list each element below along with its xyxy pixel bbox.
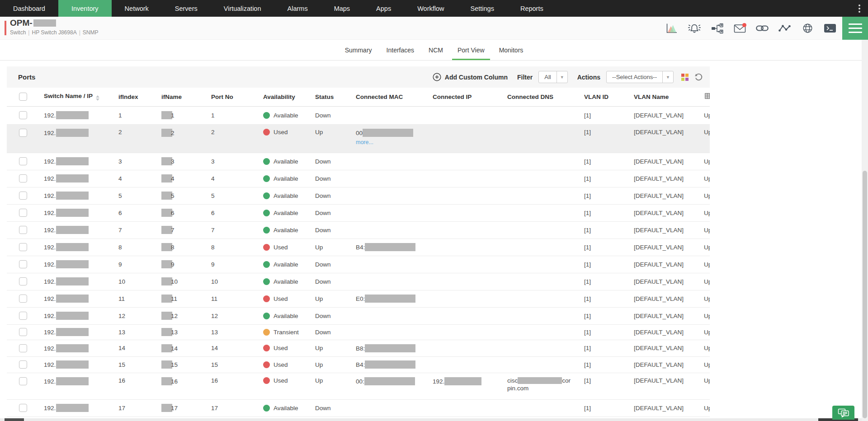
nav-item-network[interactable]: Network <box>112 0 162 17</box>
cell-vlan-id: [1] <box>579 153 628 170</box>
select-all-checkbox[interactable] <box>19 93 27 101</box>
row-checkbox[interactable] <box>19 243 27 251</box>
table-row: 192.555AvailableDown[1][DEFAULT_VLAN]Up <box>7 187 710 204</box>
row-checkbox[interactable] <box>19 260 27 268</box>
nav-item-alarms[interactable]: Alarms <box>274 0 321 17</box>
cell-ifname: 4 <box>156 170 206 187</box>
row-checkbox[interactable] <box>19 192 27 200</box>
row-checkbox[interactable] <box>19 209 27 217</box>
cell-availability: Available <box>258 170 310 187</box>
tab-monitors[interactable]: Monitors <box>497 40 525 60</box>
nav-item-settings[interactable]: Settings <box>458 0 507 17</box>
cell-port-no: 11 <box>206 290 258 307</box>
mail-icon[interactable] <box>733 23 746 34</box>
row-checkbox[interactable] <box>19 360 27 369</box>
cell-connected-dns <box>502 204 579 221</box>
redacted-text <box>365 243 415 251</box>
performance-chart-icon[interactable] <box>665 23 678 34</box>
link-icon[interactable] <box>756 23 769 34</box>
cell-vlan-name: [DEFAULT_VLAN] <box>628 373 698 399</box>
column-chooser-icon[interactable] <box>705 93 710 99</box>
nav-item-maps[interactable]: Maps <box>321 0 363 17</box>
table-row: 192.101010AvailableDown[1][DEFAULT_VLAN]… <box>7 273 710 290</box>
cell-vlan-id: [1] <box>579 187 628 204</box>
cell-ifindex: 15 <box>113 356 156 373</box>
row-checkbox[interactable] <box>19 174 27 182</box>
row-checkbox[interactable] <box>19 226 27 234</box>
cell-vlan-name: [DEFAULT_VLAN] <box>628 170 698 187</box>
cell-status: Up <box>310 124 350 153</box>
cell-connected-mac <box>350 307 427 324</box>
cell-ifname: 3 <box>156 153 206 170</box>
vertical-scrollbar-thumb[interactable] <box>863 171 867 418</box>
cell-vlan-id: [1] <box>579 221 628 239</box>
cell-ifname: 1 <box>156 106 206 124</box>
redacted-text <box>56 377 89 385</box>
cell-ifindex: 13 <box>113 324 156 340</box>
row-checkbox[interactable] <box>19 328 27 336</box>
cell-ifname: 11 <box>156 290 206 307</box>
cell-vlan-name: [DEFAULT_VLAN] <box>628 187 698 204</box>
header-checkbox-cell <box>7 88 38 106</box>
cell-admin-status: Up <box>698 399 710 416</box>
column-header-switch-name-ip[interactable]: Switch Name / IP <box>38 88 113 106</box>
row-checkbox[interactable] <box>19 277 27 285</box>
nav-item-apps[interactable]: Apps <box>363 0 404 17</box>
cell-ifname: 17 <box>156 399 206 416</box>
actions-select[interactable]: --Select Actions-- ▼ <box>606 71 674 83</box>
row-checkbox[interactable] <box>19 312 27 320</box>
availability-label: Used <box>274 129 288 136</box>
cell-select <box>7 221 38 239</box>
refresh-icon[interactable] <box>694 73 703 81</box>
horizontal-scrollbar-track <box>0 418 862 421</box>
nav-item-reports[interactable]: Reports <box>507 0 557 17</box>
cell-connected-ip <box>427 106 502 124</box>
activity-icon[interactable] <box>778 23 791 34</box>
row-checkbox[interactable] <box>19 344 27 352</box>
terminal-icon[interactable] <box>824 23 836 34</box>
ports-panel: Ports Add Custom Column Filter All ▼ Act… <box>7 66 710 417</box>
tab-ncm[interactable]: NCM <box>427 40 445 60</box>
filter-select[interactable]: All ▼ <box>538 71 567 83</box>
row-checkbox[interactable] <box>19 404 27 412</box>
redacted-text <box>56 209 89 217</box>
availability-dot <box>263 175 270 182</box>
row-checkbox[interactable] <box>19 295 27 303</box>
globe-icon[interactable] <box>801 23 814 34</box>
tab-summary[interactable]: Summary <box>343 40 374 60</box>
overflow-menu-icon[interactable] <box>856 3 863 14</box>
column-header-connected-mac: Connected MAC <box>350 88 427 106</box>
table-row: 192.222UsedUp00more...[1][DEFAULT_VLAN]U… <box>7 124 710 153</box>
workflow-icon[interactable] <box>711 23 723 34</box>
tab-interfaces[interactable]: Interfaces <box>385 40 416 60</box>
nav-item-workflow[interactable]: Workflow <box>404 0 457 17</box>
cell-port-no: 5 <box>206 187 258 204</box>
alarm-bell-icon[interactable] <box>688 23 701 34</box>
cell-select <box>7 256 38 273</box>
add-custom-column-button[interactable]: Add Custom Column <box>433 73 508 81</box>
cell-vlan-name: [DEFAULT_VLAN] <box>628 399 698 416</box>
table-row: 192.171717AvailableDown[1][DEFAULT_VLAN]… <box>7 399 710 416</box>
cell-switch-name: 192. <box>38 290 113 307</box>
cell-connected-ip <box>427 399 502 416</box>
cell-vlan-name: [DEFAULT_VLAN] <box>628 273 698 290</box>
row-checkbox[interactable] <box>19 129 27 137</box>
nav-item-servers[interactable]: Servers <box>162 0 211 17</box>
redacted-text <box>363 129 413 137</box>
column-header-connected-ip: Connected IP <box>427 88 502 106</box>
nav-item-inventory[interactable]: Inventory <box>58 0 112 17</box>
hamburger-menu-button[interactable] <box>842 17 868 40</box>
nav-item-dashboard[interactable]: Dashboard <box>0 0 58 17</box>
horizontal-scrollbar-thumb[interactable] <box>5 418 24 421</box>
row-checkbox[interactable] <box>19 377 27 385</box>
row-checkbox[interactable] <box>19 157 27 165</box>
nav-item-virtualization[interactable]: Virtualization <box>211 0 274 17</box>
tab-port-view[interactable]: Port View <box>456 40 486 60</box>
cell-connected-mac: B4: <box>350 356 427 373</box>
color-legend-icon[interactable] <box>681 74 689 81</box>
more-link[interactable]: more... <box>356 139 427 145</box>
cell-port-no: 14 <box>206 340 258 356</box>
cell-switch-name: 192. <box>38 239 113 256</box>
row-checkbox[interactable] <box>19 111 27 119</box>
support-chat-button[interactable] <box>832 406 854 420</box>
